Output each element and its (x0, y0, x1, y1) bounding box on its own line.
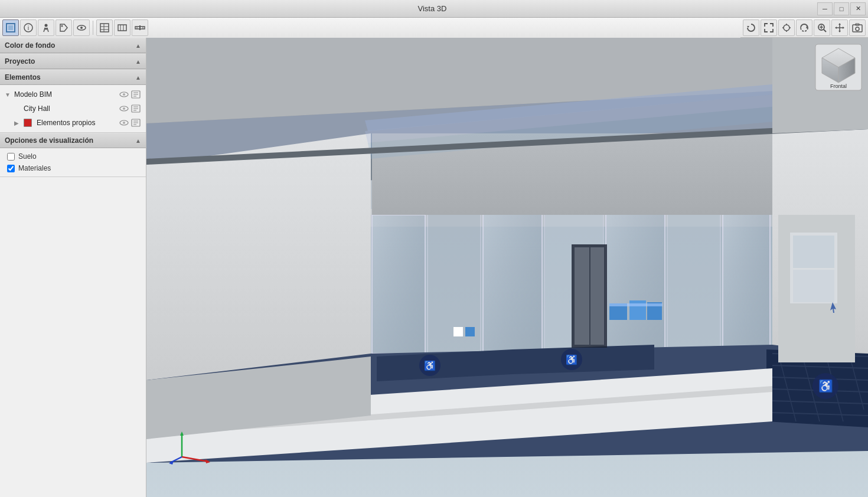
proyecto-chevron: ▲ (135, 58, 141, 65)
compass-widget[interactable]: Frontal (815, 44, 862, 91)
proyecto-section: Proyecto ▲ (0, 54, 146, 70)
svg-point-4 (45, 24, 48, 27)
elementos-propios-eye[interactable] (119, 117, 129, 128)
svg-text:♿: ♿ (566, 354, 577, 365)
zoom-in-button[interactable] (814, 19, 830, 36)
plan-tool-button[interactable] (114, 19, 130, 36)
svg-marker-76 (513, 345, 654, 374)
svg-marker-30 (838, 23, 841, 25)
reset-view-button[interactable] (743, 19, 759, 36)
svg-marker-31 (838, 31, 841, 32)
zoom-extents-button[interactable] (778, 19, 795, 36)
city-hall-label: City Hall (24, 104, 116, 113)
elementos-propios-color (24, 119, 32, 127)
close-button[interactable]: ✕ (850, 2, 866, 15)
materiales-checkbox[interactable] (7, 165, 15, 172)
elementos-header[interactable]: Elementos ▲ (0, 70, 146, 85)
svg-rect-82 (609, 303, 663, 306)
svg-marker-33 (843, 27, 844, 29)
maximize-button[interactable]: □ (834, 2, 849, 15)
person-tool-button[interactable] (38, 19, 54, 36)
materiales-label[interactable]: Materiales (18, 164, 51, 172)
svg-rect-108 (590, 247, 604, 345)
svg-rect-68 (606, 209, 665, 355)
elementos-chevron: ▲ (135, 74, 141, 81)
svg-rect-83 (453, 327, 463, 336)
svg-marker-32 (835, 27, 837, 29)
opciones-viz-chevron: ▲ (135, 138, 141, 144)
svg-rect-8 (100, 24, 109, 32)
color-fondo-header[interactable]: Color de fondo ▲ (0, 38, 146, 53)
title-controls: ─ □ ✕ (817, 2, 868, 15)
svg-rect-70 (723, 212, 770, 354)
city-hall-eye[interactable] (119, 103, 129, 114)
svg-rect-112 (793, 236, 834, 268)
fit-all-button[interactable] (761, 19, 777, 36)
color-fondo-label: Color de fondo (5, 41, 55, 50)
city-hall-prop[interactable] (130, 103, 141, 114)
svg-point-44 (123, 107, 125, 110)
eye-tool-button[interactable] (73, 19, 90, 36)
modelo-bim-prop[interactable] (130, 89, 141, 100)
refresh-button[interactable] (796, 19, 812, 36)
left-panel: Color de fondo ▲ Proyecto ▲ Elementos ▲ … (0, 38, 146, 497)
elementos-propios-label: Elementos propios (37, 119, 116, 127)
info-tool-button[interactable]: i (20, 19, 37, 36)
suelo-checkbox[interactable] (7, 153, 15, 161)
color-fondo-chevron: ▲ (135, 42, 141, 49)
svg-line-29 (824, 30, 826, 32)
svg-rect-66 (483, 210, 542, 355)
suelo-label[interactable]: Suelo (18, 152, 37, 161)
svg-point-7 (80, 27, 83, 29)
main-area: Color de fondo ▲ Proyecto ▲ Elementos ▲ … (0, 38, 868, 497)
elementos-propios-item[interactable]: ▶ Elementos propios (0, 116, 146, 130)
tag-tool-button[interactable] (56, 19, 72, 36)
viewport-scene: ♿ ♿ (146, 38, 868, 497)
city-hall-icons (119, 103, 141, 114)
main-toolbar: i (0, 18, 740, 38)
pan-button[interactable] (831, 19, 848, 36)
viewport[interactable]: ♿ ♿ (146, 38, 868, 497)
svg-point-50 (123, 122, 125, 124)
window-title: Vista 3D (47, 4, 817, 13)
modelo-bim-expand[interactable]: ▼ (5, 91, 12, 98)
svg-rect-80 (629, 300, 646, 320)
svg-text:i: i (28, 24, 29, 31)
materiales-option: Materiales (0, 162, 146, 174)
chart-tool-button[interactable] (96, 19, 113, 36)
svg-point-38 (123, 93, 125, 96)
svg-rect-12 (118, 25, 126, 31)
elementos-propios-prop[interactable] (130, 117, 141, 128)
measure-tool-button[interactable] (132, 19, 148, 36)
svg-rect-1 (8, 25, 13, 30)
elementos-propios-expand[interactable]: ▶ (14, 120, 21, 126)
svg-text:♿: ♿ (424, 360, 436, 371)
title-bar: Vista 3D ─ □ ✕ (0, 0, 868, 18)
modelo-bim-label: Modelo BIM (14, 90, 116, 99)
svg-point-5 (61, 25, 63, 27)
svg-point-20 (784, 25, 789, 31)
svg-rect-84 (465, 327, 475, 336)
proyecto-label: Proyecto (5, 57, 35, 66)
minimize-button[interactable]: ─ (817, 2, 833, 15)
modelo-bim-eye[interactable] (119, 89, 129, 100)
elementos-label: Elementos (5, 73, 41, 81)
svg-point-36 (856, 27, 859, 31)
select-tool-button[interactable] (2, 19, 19, 36)
elementos-content: ▼ Modelo BIM City Hall (0, 85, 146, 132)
opciones-viz-header[interactable]: Opciones de visualización ▲ (0, 133, 146, 148)
svg-text:Frontal: Frontal (830, 83, 847, 89)
screenshot-button[interactable] (849, 19, 866, 36)
modelo-bim-icons (119, 89, 141, 100)
svg-rect-69 (667, 210, 720, 355)
elementos-section: Elementos ▲ ▼ Modelo BIM (0, 70, 146, 133)
opciones-viz-section: Opciones de visualización ▲ Suelo Materi… (0, 133, 146, 177)
svg-rect-113 (793, 270, 834, 302)
modelo-bim-item[interactable]: ▼ Modelo BIM (0, 87, 146, 102)
city-hall-item[interactable]: City Hall (0, 102, 146, 116)
opciones-viz-content: Suelo Materiales (0, 148, 146, 176)
compass-svg: Frontal (815, 44, 862, 91)
proyecto-header[interactable]: Proyecto ▲ (0, 54, 146, 69)
suelo-option: Suelo (0, 151, 146, 162)
opciones-viz-label: Opciones de visualización (5, 136, 93, 145)
